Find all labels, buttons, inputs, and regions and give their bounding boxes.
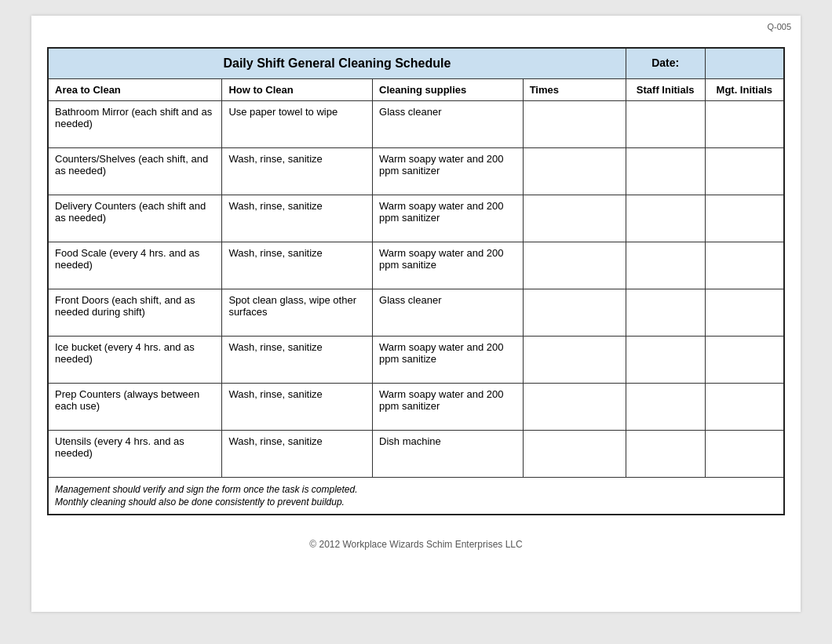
table-title: Daily Shift General Cleaning Schedule (48, 48, 626, 79)
supplies-cell: Warm soapy water and 200 ppm sanitize (373, 242, 524, 289)
doc-id: Q-005 (767, 22, 791, 31)
staff-cell (626, 242, 705, 289)
staff-cell (626, 148, 705, 195)
column-header-row: Area to Clean How to Clean Cleaning supp… (48, 79, 784, 101)
times-cell (523, 148, 626, 195)
area-cell: Ice bucket (every 4 hrs. and as needed) (48, 337, 222, 384)
mgt-cell (705, 431, 784, 478)
staff-cell (626, 289, 705, 337)
area-cell: Front Doors (each shift, and as needed d… (48, 289, 222, 337)
mgt-cell (705, 384, 784, 431)
cleaning-schedule-table: Daily Shift General Cleaning Schedule Da… (47, 47, 785, 515)
area-cell: Utensils (every 4 hrs. and as needed) (48, 431, 222, 478)
staff-cell (626, 337, 705, 384)
staff-cell (626, 384, 705, 431)
how-cell: Wash, rinse, sanitize (222, 242, 373, 289)
note-section: Management should verify and sign the fo… (48, 478, 784, 515)
times-cell (523, 242, 626, 289)
how-cell: Spot clean glass, wipe other surfaces (222, 289, 373, 337)
how-cell: Wash, rinse, sanitize (222, 148, 373, 195)
col-header-area: Area to Clean (48, 79, 222, 101)
date-value (705, 48, 784, 79)
table-row: Utensils (every 4 hrs. and as needed)Was… (48, 431, 784, 478)
mgt-cell (705, 148, 784, 195)
page: Q-005 Daily Shift General Cleaning Sched… (31, 16, 801, 612)
how-cell: Wash, rinse, sanitize (222, 384, 373, 431)
table-row: Front Doors (each shift, and as needed d… (48, 289, 784, 337)
staff-cell (626, 195, 705, 242)
col-header-staff: Staff Initials (626, 79, 705, 101)
mgt-cell (705, 195, 784, 242)
supplies-cell: Warm soapy water and 200 ppm sanitizer (373, 148, 524, 195)
times-cell (523, 384, 626, 431)
note-text: Management should verify and sign the fo… (48, 478, 784, 515)
mgt-cell (705, 289, 784, 337)
times-cell (523, 431, 626, 478)
area-cell: Bathroom Mirror (each shift and as neede… (48, 101, 222, 148)
times-cell (523, 289, 626, 337)
supplies-cell: Warm soapy water and 200 ppm sanitizer (373, 384, 524, 431)
table-body: Bathroom Mirror (each shift and as neede… (48, 101, 784, 478)
table-row: Prep Counters (always between each use)W… (48, 384, 784, 431)
note-row: Management should verify and sign the fo… (48, 478, 784, 515)
supplies-cell: Warm soapy water and 200 ppm sanitizer (373, 195, 524, 242)
how-cell: Use paper towel to wipe (222, 101, 373, 148)
col-header-supplies: Cleaning supplies (373, 79, 524, 101)
date-label: Date: (626, 48, 705, 79)
area-cell: Delivery Counters (each shift and as nee… (48, 195, 222, 242)
table-row: Ice bucket (every 4 hrs. and as needed)W… (48, 337, 784, 384)
how-cell: Wash, rinse, sanitize (222, 337, 373, 384)
times-cell (523, 195, 626, 242)
table-row: Counters/Shelves (each shift, and as nee… (48, 148, 784, 195)
area-cell: Food Scale (every 4 hrs. and as needed) (48, 242, 222, 289)
staff-cell (626, 431, 705, 478)
mgt-cell (705, 337, 784, 384)
table-row: Food Scale (every 4 hrs. and as needed)W… (48, 242, 784, 289)
supplies-cell: Glass cleaner (373, 101, 524, 148)
times-cell (523, 337, 626, 384)
mgt-cell (705, 242, 784, 289)
supplies-cell: Warm soapy water and 200 ppm sanitize (373, 337, 524, 384)
mgt-cell (705, 101, 784, 148)
times-cell (523, 101, 626, 148)
col-header-how: How to Clean (222, 79, 373, 101)
area-cell: Counters/Shelves (each shift, and as nee… (48, 148, 222, 195)
supplies-cell: Glass cleaner (373, 289, 524, 337)
area-cell: Prep Counters (always between each use) (48, 384, 222, 431)
table-row: Bathroom Mirror (each shift and as neede… (48, 101, 784, 148)
title-row: Daily Shift General Cleaning Schedule Da… (48, 48, 784, 79)
staff-cell (626, 101, 705, 148)
table-row: Delivery Counters (each shift and as nee… (48, 195, 784, 242)
col-header-times: Times (523, 79, 626, 101)
how-cell: Wash, rinse, sanitize (222, 195, 373, 242)
how-cell: Wash, rinse, sanitize (222, 431, 373, 478)
col-header-mgt: Mgt. Initials (705, 79, 784, 101)
footer: © 2012 Workplace Wizards Schim Enterpris… (47, 539, 785, 550)
supplies-cell: Dish machine (373, 431, 524, 478)
